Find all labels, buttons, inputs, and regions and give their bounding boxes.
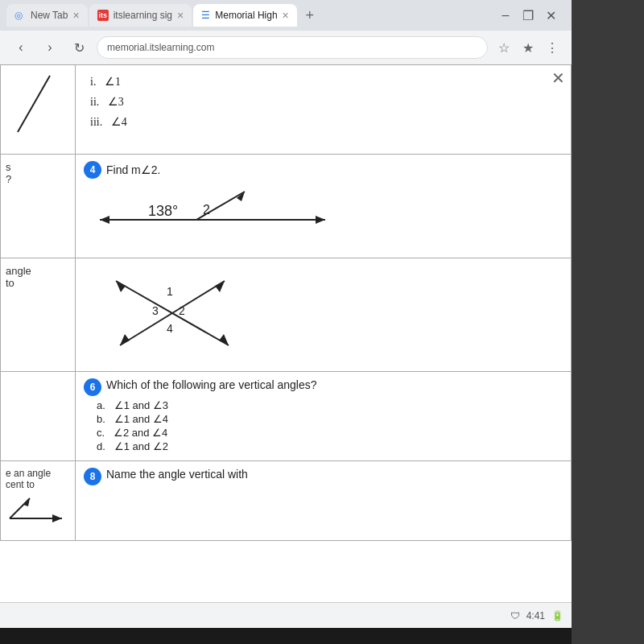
battery-icon: 🔋 [551,610,564,621]
question-4-header: 4 Find m∠2. [84,161,563,179]
tab-itslearning-close-icon[interactable]: × [177,9,184,22]
address-text: memorial.itslearning.com [107,42,214,53]
question-6-badge: 6 [84,378,101,396]
question-8-badge: 8 [84,468,101,485]
question-8-text: Name the angle vertical with [106,468,248,481]
question-6-text: Which of the following are vertical angl… [106,378,316,391]
svg-text:138°: 138° [148,203,178,219]
tab-itslearning[interactable]: its itslearning sig × [89,4,192,27]
section-5-row: e an angle cent to 8 [1,461,572,541]
choice-b: b. ∠1 and ∠4 [97,413,563,425]
page-close-button[interactable]: ✕ [551,68,565,88]
forward-button[interactable]: › [39,36,61,59]
section-5-left: e an angle cent to [1,461,76,541]
section-1-row: i. ∠1 ii. ∠3 iii. ∠4 [1,65,572,155]
status-bar: 🛡 4:41 🔋 [0,602,572,628]
bookmark-icon[interactable]: ☆ [494,38,514,57]
svg-line-0 [18,76,50,132]
roman-item-1: i. ∠1 [90,72,563,92]
choice-a: a. ∠1 and ∠3 [97,399,563,411]
choice-d: d. ∠1 and ∠2 [97,440,563,452]
crossing-lines-diagram: 1 3 2 4 [84,265,261,361]
section-4-right: 6 Which of the following are vertical an… [76,372,572,461]
svg-marker-10 [219,334,229,345]
tab-bar: ◎ New Tab × its itslearning sig × ☰ Memo… [0,0,572,31]
address-bar[interactable]: memorial.itslearning.com [97,36,488,59]
svg-text:4: 4 [167,322,173,335]
minimize-button[interactable]: – [497,7,514,23]
choice-c: c. ∠2 and ∠4 [97,427,563,439]
section-4-left [1,372,76,461]
section-2-row: s ? 4 Find m∠2. [1,155,572,258]
answer-choices: a. ∠1 and ∠3 b. ∠1 and ∠4 c. ∠2 and ∠4 d… [84,399,563,452]
reload-button[interactable]: ↻ [68,36,90,59]
svg-marker-2 [100,216,109,224]
question-4-badge: 4 [84,161,101,179]
label-angle: angle [6,265,70,277]
back-button[interactable]: ‹ [10,36,32,59]
extension-icon[interactable]: ★ [518,38,538,57]
section-1-left [1,65,76,155]
svg-text:1: 1 [167,285,173,298]
section-5-right: 8 Name the angle vertical with [76,461,572,541]
itslearning-favicon-icon: its [97,10,109,21]
browser-chrome: ◎ New Tab × its itslearning sig × ☰ Memo… [0,0,572,64]
section-4-row: 6 Which of the following are vertical an… [1,372,572,461]
shield-status: 🛡 [510,610,520,621]
section-3-row: angle to [1,258,572,372]
svg-text:3: 3 [152,304,159,317]
tab-new-tab-label: New Tab [31,10,68,21]
new-tab-favicon-icon: ◎ [14,10,26,21]
svg-marker-20 [23,498,30,506]
tab-memorial-label: Memorial High [215,10,277,21]
svg-marker-13 [120,334,130,345]
section-2-left: s ? [1,155,76,258]
label-cent-to: cent to [6,479,70,490]
label-question: ? [6,173,70,185]
tab-memorial[interactable]: ☰ Memorial High × [193,4,297,27]
section-2-right: 4 Find m∠2. [76,155,572,258]
monitor: ◎ New Tab × its itslearning sig × ☰ Memo… [0,0,644,644]
question-6-header: 6 Which of the following are vertical an… [84,378,563,396]
svg-marker-9 [116,281,126,292]
section-5-left-text: e an angle cent to [6,468,70,490]
time-display: 4:41 [526,610,545,621]
question-8-header: 8 Name the angle vertical with [84,468,563,485]
diagonal-line-diagram [6,72,70,144]
tab-new-tab[interactable]: ◎ New Tab × [6,4,88,27]
roman-item-3: iii. ∠4 [90,112,563,132]
tab-new-tab-close-icon[interactable]: × [72,9,79,22]
page-content: i. ∠1 ii. ∠3 iii. ∠4 s ? [0,64,572,541]
toolbar-icons: ☆ ★ ⋮ [494,38,562,57]
worksheet-table: i. ∠1 ii. ∠3 iii. ∠4 s ? [0,64,572,541]
svg-marker-3 [316,216,325,224]
menu-icon[interactable]: ⋮ [543,38,562,57]
tab-itslearning-label: itslearning sig [114,10,172,21]
close-window-button[interactable]: ✕ [543,7,559,23]
svg-text:2: 2 [179,304,185,317]
label-e-an-angle: e an angle [6,468,70,479]
section-3-right: 1 3 2 4 [76,258,572,372]
section-2-labels: s ? [6,161,70,185]
angle-138-diagram: 138° 2 [84,184,341,248]
tab-memorial-close-icon[interactable]: × [283,9,289,22]
section-1-right: i. ∠1 ii. ∠3 iii. ∠4 [76,65,572,155]
question-4-text: Find m∠2. [106,163,160,176]
new-tab-button[interactable]: + [299,4,321,27]
label-s: s [6,161,70,173]
section-3-labels: angle to [6,265,70,289]
roman-numeral-list: i. ∠1 ii. ∠3 iii. ∠4 [84,72,563,133]
screen: ◎ New Tab × its itslearning sig × ☰ Memo… [0,0,572,628]
roman-item-2: ii. ∠3 [90,92,563,112]
bottom-left-diagram [6,490,70,530]
svg-marker-12 [215,281,225,292]
label-to: to [6,277,70,289]
svg-text:2: 2 [203,203,210,217]
section-3-left: angle to [1,258,76,372]
address-bar-row: ‹ › ↻ memorial.itslearning.com ☆ ★ ⋮ [0,31,572,64]
memorial-favicon-icon: ☰ [201,10,210,21]
restore-button[interactable]: ❐ [520,7,536,23]
right-dark-panel [572,0,644,644]
window-controls: – ❐ ✕ [497,7,565,23]
svg-marker-21 [52,514,62,522]
